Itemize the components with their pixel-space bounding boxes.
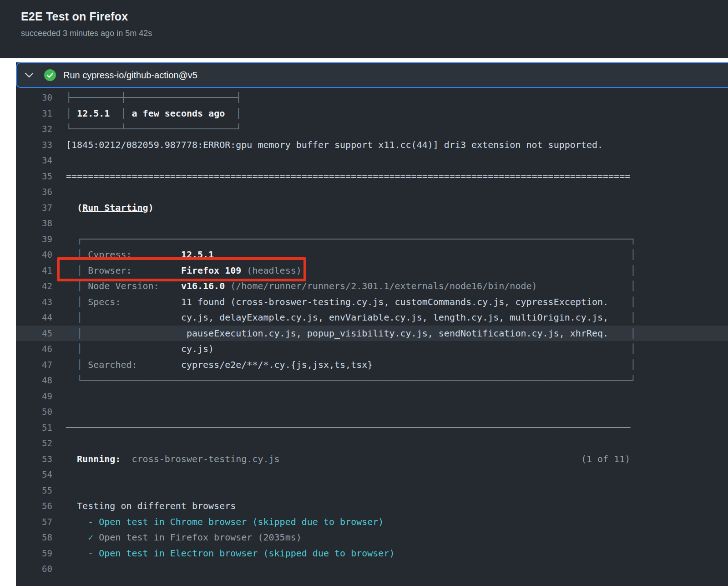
log-panel: Run cypress-io/github-action@v5 30├─────…	[16, 62, 728, 586]
log-line-48: 48 └────────────────────────────────────…	[16, 372, 728, 388]
log-text: - Open test in Chrome browser (skipped d…	[52, 514, 384, 530]
line-number[interactable]: 34	[16, 153, 52, 168]
log-text: │ Browser: Firefox 109 (headless) │	[52, 263, 636, 279]
line-number[interactable]: 55	[16, 483, 52, 499]
line-number[interactable]: 43	[16, 294, 52, 310]
log-line-52: 52	[16, 435, 728, 451]
log-line-34: 34	[16, 153, 728, 168]
log-text: └─────────┴────────────────────┘	[52, 121, 241, 137]
line-number[interactable]: 32	[16, 121, 52, 137]
line-number[interactable]: 58	[16, 530, 52, 545]
line-number[interactable]: 49	[16, 388, 52, 404]
log-line-40: 40 │ Cypress: 12.5.1 │	[16, 247, 728, 263]
log-line-56: 56 Testing on different browsers	[16, 498, 728, 514]
line-number[interactable]: 50	[16, 404, 52, 420]
log-line-49: 49	[16, 388, 728, 404]
log-line-44: 44 │ cy.js, delayExample.cy.js, envVaria…	[16, 310, 728, 326]
log-text: Running: cross-broswer-testing.cy.js (1 …	[52, 451, 630, 467]
log-line-47: 47 │ Searched: cypress/e2e/**/*.cy.{js,j…	[16, 357, 728, 373]
log-text: │ Node Version: v16.16.0 (/home/runner/r…	[52, 278, 636, 294]
line-number[interactable]: 40	[16, 247, 52, 263]
line-number[interactable]: 33	[16, 137, 52, 153]
line-number[interactable]: 52	[16, 435, 52, 451]
log-text: │ Cypress: 12.5.1 │	[52, 247, 636, 263]
log-line-59: 59 - Open test in Electron browser (skip…	[16, 545, 728, 561]
log-text: ========================================…	[52, 168, 630, 184]
page-title: E2E Test on Firefox	[21, 10, 728, 23]
line-number[interactable]: 37	[16, 200, 52, 216]
log-text: [1845:0212/082059.987778:ERROR:gpu_memor…	[52, 137, 603, 153]
log-text: (Run Starting)	[52, 200, 154, 216]
log-text: ┌───────────────────────────────────────…	[52, 231, 636, 247]
log-line-32: 32└─────────┴────────────────────┘	[16, 121, 728, 137]
log-text: │ Specs: 11 found (cross-broswer-testing…	[52, 294, 636, 310]
log-lines: 30├─────────┼────────────────────┤31│ 12…	[16, 88, 728, 577]
run-status-text: succeeded 3 minutes ago in 5m 42s	[21, 29, 728, 38]
line-number[interactable]: 36	[16, 184, 52, 200]
log-line-46: 46 │ cy.js) │	[16, 341, 728, 357]
log-text: ├─────────┼────────────────────┤	[52, 90, 241, 106]
log-text: │ cy.js, delayExample.cy.js, envVariable…	[52, 310, 636, 326]
step-header[interactable]: Run cypress-io/github-action@v5	[16, 62, 728, 88]
line-number[interactable]: 60	[16, 561, 52, 577]
run-header: E2E Test on Firefox succeeded 3 minutes …	[0, 0, 728, 58]
line-number[interactable]: 54	[16, 467, 52, 483]
line-number[interactable]: 45	[16, 326, 52, 341]
log-line-39: 39 ┌────────────────────────────────────…	[16, 231, 728, 247]
log-text: ✓ Open test in Firefox browser (2035ms)	[52, 530, 302, 545]
log-line-35: 35======================================…	[16, 168, 728, 184]
log-text: └───────────────────────────────────────…	[52, 372, 636, 388]
line-number[interactable]: 59	[16, 545, 52, 561]
log-text: │ 12.5.1 │ a few seconds ago │	[52, 106, 241, 122]
log-line-50: 50	[16, 404, 728, 420]
line-number[interactable]: 42	[16, 278, 52, 294]
log-line-55: 55	[16, 483, 728, 499]
line-number[interactable]: 53	[16, 451, 52, 467]
line-number[interactable]: 31	[16, 106, 52, 122]
line-number[interactable]: 47	[16, 357, 52, 373]
line-number[interactable]: 51	[16, 420, 52, 436]
log-line-33: 33[1845:0212/082059.987778:ERROR:gpu_mem…	[16, 137, 728, 153]
log-text: │ Searched: cypress/e2e/**/*.cy.{js,jsx,…	[52, 357, 636, 373]
line-number[interactable]: 46	[16, 341, 52, 357]
line-number[interactable]: 30	[16, 90, 52, 106]
log-text: Testing on different browsers	[52, 498, 236, 514]
log-line-53: 53 Running: cross-broswer-testing.cy.js …	[16, 451, 728, 467]
log-line-54: 54	[16, 467, 728, 483]
line-number[interactable]: 39	[16, 231, 52, 247]
line-number[interactable]: 38	[16, 215, 52, 231]
log-text: │ cy.js) │	[52, 341, 636, 357]
log-line-51: 51──────────────────────────────────────…	[16, 420, 728, 436]
success-check-icon	[44, 69, 56, 82]
log-line-42: 42 │ Node Version: v16.16.0 (/home/runne…	[16, 278, 728, 294]
line-number[interactable]: 35	[16, 168, 52, 184]
line-number[interactable]: 57	[16, 514, 52, 530]
log-line-57: 57 - Open test in Chrome browser (skippe…	[16, 514, 728, 530]
line-number[interactable]: 41	[16, 263, 52, 279]
log-line-31: 31│ 12.5.1 │ a few seconds ago │	[16, 106, 728, 122]
log-text: ────────────────────────────────────────…	[52, 420, 630, 436]
log-line-41: 41 │ Browser: Firefox 109 (headless) │	[16, 263, 728, 279]
log-line-38: 38	[16, 215, 728, 231]
log-text: │ pauseExecution.cy.js, popup_visibility…	[52, 326, 636, 341]
log-line-45: 45 │ pauseExecution.cy.js, popup_visibil…	[16, 326, 728, 341]
log-line-58: 58 ✓ Open test in Firefox browser (2035m…	[16, 530, 728, 545]
chevron-down-icon[interactable]	[25, 72, 34, 78]
step-title: Run cypress-io/github-action@v5	[63, 70, 197, 81]
log-line-43: 43 │ Specs: 11 found (cross-broswer-test…	[16, 294, 728, 310]
log-line-30: 30├─────────┼────────────────────┤	[16, 90, 728, 106]
line-number[interactable]: 56	[16, 498, 52, 514]
line-number[interactable]: 44	[16, 310, 52, 326]
log-line-60: 60	[16, 561, 728, 577]
log-line-37: 37 (Run Starting)	[16, 200, 728, 216]
log-text: - Open test in Electron browser (skipped…	[52, 545, 394, 561]
log-line-36: 36	[16, 184, 728, 200]
line-number[interactable]: 48	[16, 372, 52, 388]
